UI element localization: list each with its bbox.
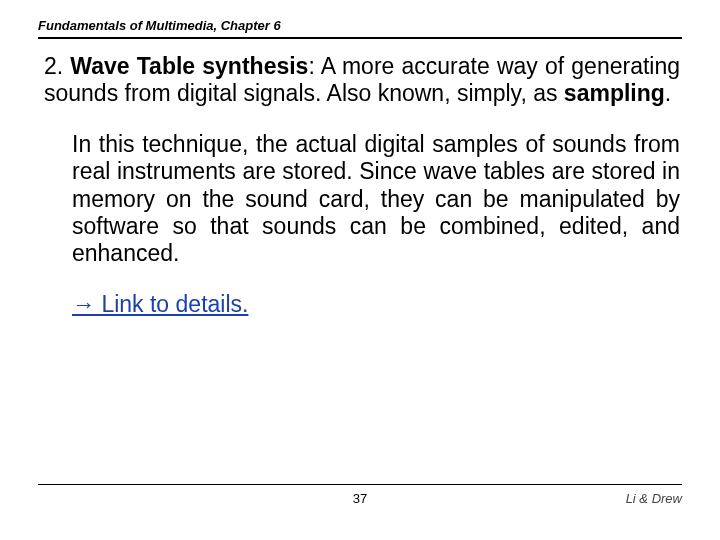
item-title-tail: . [665, 80, 671, 106]
list-item: 2. Wave Table synthesis: A more accurate… [44, 53, 680, 107]
item-number: 2. [44, 53, 70, 79]
details-link[interactable]: → Link to details. [44, 291, 680, 318]
page-number: 37 [38, 491, 682, 506]
paragraph: In this technique, the actual digital sa… [44, 131, 680, 267]
item-title-bold: Wave Table synthesis [70, 53, 308, 79]
content-area: 2. Wave Table synthesis: A more accurate… [38, 53, 682, 318]
footer: 37 Li & Drew [38, 484, 682, 506]
item-title-bold-2: sampling [564, 80, 665, 106]
chapter-header: Fundamentals of Multimedia, Chapter 6 [38, 18, 682, 39]
slide: Fundamentals of Multimedia, Chapter 6 2.… [0, 0, 720, 540]
footer-authors: Li & Drew [626, 491, 682, 506]
